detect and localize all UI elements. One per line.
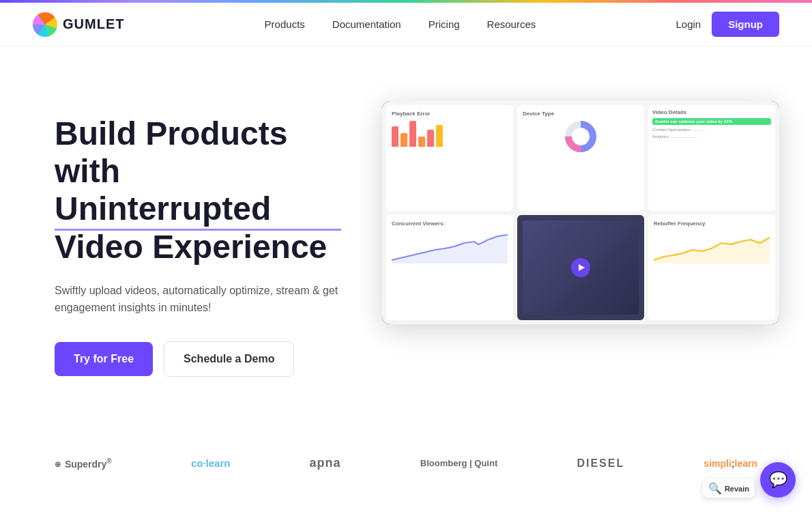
rebuffer-title: Rebuffer Frequency (654, 220, 770, 227)
hero-title: Build Products with Uninterrupted Video … (55, 115, 341, 266)
vd-rows: Content Optimization ............ Analyt… (652, 127, 771, 140)
play-button-small[interactable] (571, 258, 590, 277)
donut-chart-wrap (523, 119, 639, 154)
bar-4 (418, 137, 425, 147)
video-preview[interactable]: Playback Error Device Type (382, 101, 779, 324)
try-free-button[interactable]: Try for Free (55, 342, 153, 376)
bar-5 (427, 130, 434, 147)
schedule-demo-button[interactable]: Schedule a Demo (164, 341, 294, 377)
optimize-badge: Gumlet can optimize your video by 23% (652, 118, 771, 125)
chat-icon: 💬 (769, 471, 787, 489)
nav-products[interactable]: Products (265, 18, 305, 30)
hero-section: Build Products with Uninterrupted Video … (0, 46, 812, 429)
concurrent-viewers-card: Concurrent Viewers: (386, 215, 513, 321)
bar-1 (392, 126, 398, 147)
bar-3 (409, 121, 416, 147)
video-thumbnail-card[interactable] (517, 215, 644, 321)
logo-text: GUMLET (63, 16, 124, 32)
bar-6 (436, 125, 443, 147)
signup-button[interactable]: Signup (712, 12, 779, 37)
nav-pricing[interactable]: Pricing (429, 18, 460, 30)
playback-error-title: Playback Error (392, 111, 508, 117)
hero-subtitle: Swiftly upload videos, automatically opt… (55, 282, 341, 317)
video-details-card: Video Details Gumlet can optimize your v… (648, 105, 775, 211)
hero-title-line2: with Uninterrupted (55, 152, 341, 227)
hero-right: Playback Error Device Type (382, 101, 779, 324)
hero-buttons: Try for Free Schedule a Demo (55, 341, 341, 377)
revain-label: Revain (725, 485, 749, 493)
hero-title-line1: Build Products (55, 115, 287, 152)
vd-row-2: Analytics ........................ (652, 134, 771, 141)
video-details-title: Video Details (652, 109, 771, 115)
superdry-icon: ⊕ (55, 460, 61, 468)
vd-row-1: Content Optimization ............ (652, 127, 771, 134)
brand-apna: apna (310, 456, 341, 470)
bar-2 (401, 133, 407, 147)
brand-superdry: ⊕ Superdry® (55, 457, 112, 470)
rebuffer-chart (654, 229, 770, 263)
donut-chart (564, 119, 598, 154)
hero-title-line3: Video Experience (55, 229, 327, 265)
nav-documentation[interactable]: Documentation (332, 18, 401, 30)
dashboard-mockup: Playback Error Device Type (382, 101, 779, 324)
brand-bloomberg: Bloomberg | Quint (420, 458, 497, 468)
brand-simplilearn: simpli;learn (704, 458, 757, 469)
rebuffer-frequency-card: Rebuffer Frequency (648, 215, 775, 321)
logo-area[interactable]: GUMLET (33, 12, 124, 37)
svg-point-3 (572, 128, 589, 145)
revain-icon: 🔍 (708, 482, 722, 495)
device-type-title: Device Type (523, 111, 639, 117)
brands-section: ⊕ Superdry® co·learn apna Bloomberg | Qu… (0, 429, 812, 498)
nav-links: Products Documentation Pricing Resources (265, 18, 536, 30)
chat-widget[interactable]: 💬 (760, 462, 796, 498)
device-type-card: Device Type (517, 105, 644, 211)
brand-colearn: co·learn (191, 457, 231, 469)
concurrent-viewers-title: Concurrent Viewers: (392, 220, 508, 227)
brands-row: ⊕ Superdry® co·learn apna Bloomberg | Qu… (55, 456, 757, 470)
revain-badge[interactable]: 🔍 Revain (703, 479, 755, 498)
navbar: GUMLET Products Documentation Pricing Re… (0, 3, 812, 46)
bar-chart (392, 119, 508, 147)
line-chart (392, 229, 508, 263)
hero-left: Build Products with Uninterrupted Video … (55, 101, 341, 377)
login-link[interactable]: Login (676, 18, 701, 30)
nav-resources[interactable]: Resources (487, 18, 536, 30)
thumbnail-bg (523, 220, 639, 315)
play-icon-small (579, 264, 585, 271)
playback-error-card: Playback Error (386, 105, 513, 211)
brand-diesel: DIESEL (577, 457, 624, 470)
navbar-right: Login Signup (676, 12, 779, 37)
logo-icon (33, 12, 57, 37)
